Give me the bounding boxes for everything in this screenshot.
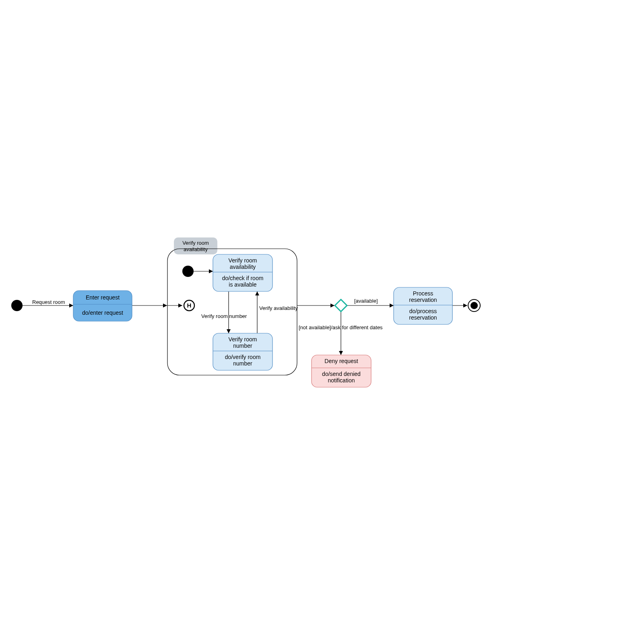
state-enter-request: Enter request do/enter request <box>73 291 132 321</box>
edge-decision-to-process: [available] <box>347 298 394 308</box>
svg-marker-11 <box>463 303 467 308</box>
history-state: H <box>184 300 194 311</box>
composite-title-l2: availability <box>184 246 208 252</box>
title: Enter request <box>86 294 120 301</box>
svg-marker-17 <box>227 329 231 333</box>
title-l1: Process <box>413 290 433 297</box>
state-process-reservation: Process reservation do/process reservati… <box>394 287 452 324</box>
body-l1: do/send denied <box>322 371 361 377</box>
title-l1: Verify room <box>229 257 257 264</box>
state-deny-request: Deny request do/send denied notification <box>312 355 371 387</box>
final-state <box>468 299 480 312</box>
body-l1: do/check if room <box>222 275 264 281</box>
edge-vrn-to-vra: Verify availability <box>255 291 298 333</box>
label-not-available: [not available]/ask for different dates <box>299 324 383 330</box>
label-verify-room-number: Verify room number <box>201 313 247 319</box>
svg-marker-1 <box>69 303 73 308</box>
svg-marker-15 <box>178 303 182 308</box>
edge-decision-to-deny: [not available]/ask for different dates <box>299 312 383 355</box>
title-l2: availability <box>230 264 256 270</box>
body-l2: is available <box>229 281 256 288</box>
edge-inner-start-to-vra <box>193 269 213 273</box>
svg-marker-13 <box>209 269 213 273</box>
svg-marker-3 <box>163 303 167 308</box>
title-l2: number <box>233 343 252 349</box>
title-l1: Verify room <box>229 336 257 343</box>
body-l2: number <box>233 360 252 367</box>
state-verify-room-availability: Verify room availability do/check if roo… <box>213 254 272 291</box>
edge-composite-to-decision <box>297 303 334 308</box>
body-l2: reservation <box>409 314 437 321</box>
body-l1: do/verify room <box>225 354 261 360</box>
body-l2: notification <box>328 377 355 384</box>
body: do/enter request <box>82 310 123 316</box>
edge-vra-to-vrn: Verify room number <box>201 291 247 333</box>
edge-process-to-final <box>452 303 467 308</box>
composite-title-l1: Verify room <box>182 240 209 246</box>
svg-point-36 <box>471 302 478 309</box>
edge-enter-to-composite <box>132 303 167 308</box>
svg-text:H: H <box>187 302 192 309</box>
title: Deny request <box>324 358 358 364</box>
inner-initial-state <box>182 266 194 277</box>
label-request-room: Request room <box>32 299 65 305</box>
label-verify-availability: Verify availability <box>259 305 298 311</box>
initial-state <box>11 300 23 311</box>
svg-marker-9 <box>339 351 343 355</box>
svg-marker-19 <box>255 291 259 295</box>
svg-marker-5 <box>330 303 334 308</box>
svg-marker-7 <box>390 303 394 308</box>
edge-initial-to-enter: Request room <box>22 299 73 308</box>
body-l1: do/process <box>409 308 437 314</box>
edge-history-out <box>167 303 182 308</box>
title-l2: reservation <box>409 297 437 303</box>
decision-node <box>335 299 347 312</box>
svg-marker-30 <box>335 299 347 312</box>
label-available: [available] <box>354 298 378 304</box>
state-verify-room-number: Verify room number do/verify room number <box>213 333 272 370</box>
